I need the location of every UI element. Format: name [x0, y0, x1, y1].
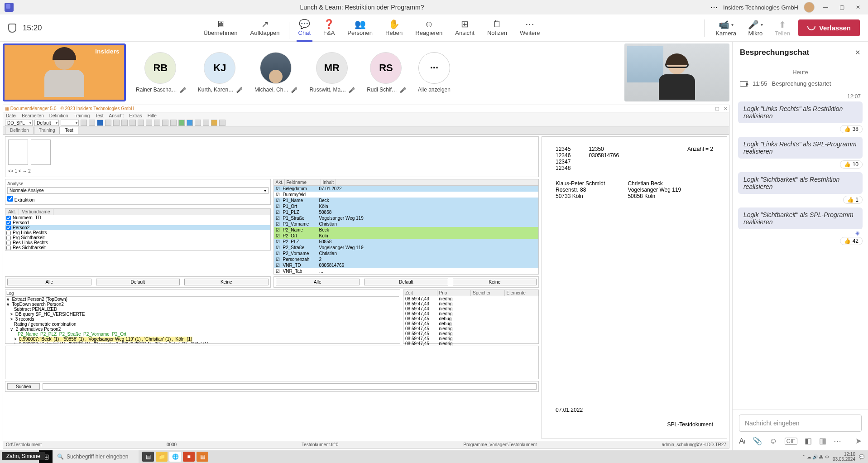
log-panel[interactable]: Log ∨ Extract Person2 (TopDown)∨ TopDown…	[5, 289, 400, 344]
menu-item[interactable]: Datei	[6, 113, 16, 118]
verlassen-button[interactable]: Verlassen	[798, 19, 860, 36]
close-button[interactable]: ✕	[853, 2, 863, 13]
app-close[interactable]: ✕	[724, 106, 727, 111]
participant-chip[interactable]: KJKurth, Karen…	[198, 52, 242, 93]
keine-button[interactable]: Keine	[453, 279, 537, 285]
toolbar-icon[interactable]	[195, 120, 201, 126]
page-thumbnail[interactable]	[8, 140, 28, 165]
field-row[interactable]: ☑P2_VornameChristian	[274, 251, 539, 256]
field-row[interactable]: ☑Belegdatum07.01.2022	[274, 186, 539, 192]
field-row[interactable]: ☑P2_NameBeck	[274, 227, 539, 233]
toolbar-icon[interactable]	[121, 120, 128, 126]
show-all-participants[interactable]: ···Alle anzeigen	[418, 52, 451, 93]
toolbar-icon[interactable]	[162, 120, 168, 126]
taskbar-app[interactable]: ▦	[197, 452, 208, 462]
chevron-down-icon[interactable]: ▾	[761, 22, 763, 27]
gif-icon[interactable]: GIF	[785, 438, 797, 445]
uebernehmen-button[interactable]: 🖥Übernehmen	[197, 17, 244, 39]
field-row[interactable]: ☑P1_NameBeck	[274, 198, 539, 203]
field-row[interactable]: ☑VNR_TD0305814766	[274, 262, 539, 268]
field-row[interactable]: ☑P1_OrtKöln	[274, 203, 539, 209]
toolbar-icon[interactable]	[105, 120, 111, 126]
chat-message[interactable]: Logik "Links Rechts" als SPL-Programm re…	[738, 137, 863, 159]
participant-video-tile[interactable]	[624, 43, 729, 101]
reagieren-button[interactable]: ☺Reagieren	[409, 17, 449, 39]
more-compose-icon[interactable]: ⋯	[834, 436, 841, 446]
toolbar-icon[interactable]	[170, 120, 177, 126]
field-row[interactable]: ☑P1_PLZ50858	[274, 209, 539, 215]
kamera-toggle[interactable]: 📹▾Kamera	[712, 19, 740, 37]
dropdown-default[interactable]: Default	[34, 120, 59, 126]
more-icon[interactable]: ⋯	[710, 3, 718, 12]
menu-item[interactable]: Test	[95, 113, 103, 118]
compound-row[interactable]: Res Sichtbarkeit	[5, 245, 270, 250]
compound-row[interactable]: Res Links Rechts	[5, 240, 270, 245]
compound-checkbox[interactable]	[6, 246, 11, 250]
system-tray[interactable]: ⌃ ☁ 🔊 🖧 ⚙ 12:1003.05.2024 💬	[798, 452, 868, 462]
shield-icon[interactable]	[8, 24, 16, 33]
heben-button[interactable]: ✋Heben	[379, 17, 409, 39]
compound-checkbox[interactable]	[6, 216, 11, 220]
aufklappen-button[interactable]: ↗Aufklappen	[244, 17, 286, 39]
field-row[interactable]: ☑P2_StraßeVogelsanger Weg 119	[274, 245, 539, 251]
windows-taskbar[interactable]: Zahn, Simone ⊞ 🔍 Suchbegriff hier eingeb…	[0, 450, 868, 463]
alle-button[interactable]: Alle	[7, 279, 91, 285]
toolbar-icon[interactable]	[219, 120, 225, 126]
toolbar-icon[interactable]	[138, 120, 144, 126]
extraktion-checkbox[interactable]	[7, 196, 13, 202]
field-row[interactable]: ☑P2_OrtKöln	[274, 233, 539, 239]
compound-row[interactable]: Prg Sichtbarkeit	[5, 235, 270, 240]
participant-chip[interactable]: MRRusswitt, Ma…	[309, 52, 354, 93]
field-row[interactable]: ☑P2_PLZ50858	[274, 239, 539, 245]
chat-message[interactable]: Logik "Sichtbarkeit" als Restriktion rea…	[738, 172, 863, 194]
compound-checkbox[interactable]	[6, 231, 11, 235]
dropdown-dd-spl[interactable]: DD_SPL	[5, 120, 33, 126]
field-row[interactable]: ☑P1_StraßeVogelsanger Weg 119	[274, 215, 539, 221]
compound-row[interactable]: Prg Links Rechts	[5, 230, 270, 235]
participant-chip[interactable]: RSRudi Schif…	[367, 52, 405, 93]
taskbar-app[interactable]: ■	[183, 452, 195, 462]
default-button[interactable]: Default	[364, 279, 448, 285]
compound-checkbox[interactable]	[6, 221, 11, 225]
tab-training[interactable]: Training	[34, 127, 60, 134]
toolbar-icon[interactable]	[154, 120, 160, 126]
taskbar-app[interactable]: 🌐	[169, 452, 181, 462]
chat-input[interactable]: Nachricht eingeben	[739, 415, 862, 432]
emoji-icon[interactable]: ☺	[769, 437, 777, 446]
toolbar-icon[interactable]	[97, 120, 103, 126]
chat-message[interactable]: Logik "Sichtbarkeit" als SPL-Programm re…	[738, 207, 863, 229]
participant-chip[interactable]: RBRainer Bascha…	[136, 52, 185, 93]
analyse-mode-select[interactable]: Normale Analyse▾	[7, 187, 269, 194]
chat-message[interactable]: Logik "Links Rechts" als Restriktion rea…	[738, 101, 863, 123]
mikro-toggle[interactable]: 🎤▾Mikro	[744, 19, 767, 37]
toolbar-icon[interactable]	[187, 120, 193, 126]
app-minimize[interactable]: —	[706, 106, 710, 111]
reaction-chip[interactable]: 👍 42	[738, 237, 863, 245]
tab-test[interactable]: Test	[60, 127, 78, 134]
page-thumbnail[interactable]	[31, 140, 51, 165]
reaction-chip[interactable]: 👍 10	[738, 160, 863, 169]
teilen-button[interactable]: ⬆Teilen	[771, 19, 794, 37]
app-maximize[interactable]: ▢	[715, 106, 719, 111]
attach-icon[interactable]: 📎	[753, 436, 762, 446]
toolbar-icon[interactable]	[81, 120, 87, 126]
reaction-chip[interactable]: 👍 1	[738, 196, 863, 204]
field-row[interactable]: ☑P1_VornameChristian	[274, 221, 539, 227]
keine-button[interactable]: Keine	[184, 279, 269, 285]
chevron-down-icon[interactable]: ▾	[731, 22, 734, 27]
thumbnail-nav[interactable]: <> 1 < → 2	[8, 169, 536, 174]
menu-item[interactable]: Training	[73, 113, 90, 118]
ansicht-button[interactable]: ⊞Ansicht	[449, 17, 481, 39]
suchen-button[interactable]: Suchen	[7, 383, 40, 390]
maximize-button[interactable]: ▢	[836, 2, 847, 13]
compound-row[interactable]: Nummern_TD	[5, 215, 270, 220]
close-chat-icon[interactable]: ✕	[855, 48, 861, 57]
toolbar-icon[interactable]	[89, 120, 95, 126]
toolbar-icon[interactable]	[178, 120, 185, 126]
toolbar-icon[interactable]	[113, 120, 120, 126]
participant-chip[interactable]: Michael, Ch…	[254, 52, 297, 93]
menu-item[interactable]: Hilfe	[148, 113, 157, 118]
field-row[interactable]: ☑VNR_Tab…	[274, 268, 539, 274]
chat-button[interactable]: 💬Chat	[292, 17, 317, 39]
default-button[interactable]: Default	[96, 279, 180, 285]
